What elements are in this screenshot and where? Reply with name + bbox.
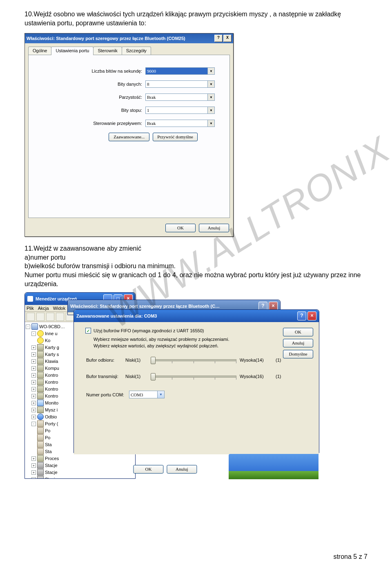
- cancel-button[interactable]: Anuluj: [283, 339, 313, 347]
- expand-icon[interactable]: +: [31, 345, 36, 350]
- tree-item[interactable]: Klawia: [45, 359, 58, 364]
- expand-icon[interactable]: +: [31, 380, 36, 385]
- back-button[interactable]: [27, 313, 35, 321]
- rx-buffer-slider[interactable]: [151, 356, 236, 365]
- close-button[interactable]: X: [223, 35, 232, 42]
- expand-icon[interactable]: +: [31, 401, 36, 405]
- expand-icon[interactable]: +: [31, 366, 36, 371]
- tree-item[interactable]: Po: [45, 428, 50, 433]
- tree-item[interactable]: Monito: [45, 400, 58, 405]
- expand-icon[interactable]: +: [31, 408, 36, 412]
- ok-button[interactable]: OK: [165, 224, 196, 232]
- step11-lead: 11.Wejdź w zaawansowane aby zmienić: [24, 244, 368, 253]
- tree-item[interactable]: Kontro: [45, 394, 58, 398]
- device-icon: [37, 379, 44, 385]
- cancel-button[interactable]: Anuluj: [199, 224, 229, 232]
- parity-label: Parzystość:: [36, 95, 145, 100]
- tree-item[interactable]: Mysz i: [45, 407, 58, 412]
- advanced-button[interactable]: Zaawansowane...: [109, 133, 149, 141]
- defaults-button[interactable]: Domyślne: [283, 350, 313, 358]
- tree-item[interactable]: Kompu: [45, 366, 59, 371]
- tree-root[interactable]: WO-9CBD…: [39, 324, 65, 329]
- advanced-settings-dialog: Zaawansowane ustawienia dla: COM3 ? × ✓ …: [74, 309, 319, 453]
- chevron-down-icon[interactable]: ▼: [208, 67, 215, 75]
- baud-input[interactable]: [145, 67, 208, 75]
- parity-combo[interactable]: ▼: [145, 93, 215, 101]
- chevron-down-icon[interactable]: ▼: [208, 107, 215, 114]
- stopbits-input[interactable]: [145, 107, 208, 114]
- device-icon: [37, 358, 44, 365]
- tree-item[interactable]: Sta: [45, 442, 52, 447]
- tree-item[interactable]: Stacje: [45, 477, 58, 479]
- parity-input[interactable]: [145, 93, 208, 101]
- port-icon: [37, 427, 44, 434]
- tree-item[interactable]: Ko: [45, 338, 50, 343]
- tree-item[interactable]: Kontro: [45, 380, 58, 385]
- tree-item[interactable]: Sta: [45, 449, 52, 454]
- chevron-down-icon[interactable]: ▼: [208, 80, 215, 88]
- expand-icon[interactable]: +: [31, 470, 36, 475]
- collapse-icon[interactable]: -: [26, 325, 30, 329]
- flowcontrol-combo[interactable]: ▼: [145, 120, 215, 127]
- devmgr-icon: [27, 296, 33, 302]
- port-number-input[interactable]: [129, 391, 158, 398]
- tree-item[interactable]: Porty (: [45, 421, 58, 426]
- tree-item[interactable]: Proces: [45, 456, 59, 461]
- menu-file[interactable]: Plik: [27, 306, 34, 311]
- expand-icon[interactable]: +: [31, 463, 36, 468]
- tree-item[interactable]: Karty g: [45, 345, 59, 350]
- tree-item[interactable]: Karty s: [45, 352, 59, 357]
- databits-combo[interactable]: ▼: [145, 80, 215, 88]
- port-icon: [37, 448, 44, 455]
- tree-item[interactable]: Stacje: [45, 470, 58, 475]
- expand-icon[interactable]: +: [31, 415, 36, 419]
- expand-icon[interactable]: +: [31, 387, 36, 391]
- restore-defaults-button[interactable]: Przywróć domyślne: [153, 133, 198, 141]
- ok-button[interactable]: OK: [283, 328, 313, 336]
- underlying-dialog-buttons: OK Anuluj: [133, 465, 197, 474]
- fifo-checkbox[interactable]: ✓: [85, 328, 91, 334]
- toolbar-button[interactable]: [46, 313, 54, 321]
- device-icon: [37, 386, 44, 392]
- baud-combo[interactable]: ▼: [145, 67, 215, 75]
- menu-view[interactable]: Widok: [53, 306, 66, 311]
- baud-label: Liczba bitów na sekundę:: [36, 69, 145, 73]
- expand-icon[interactable]: +: [31, 394, 36, 398]
- databits-input[interactable]: [145, 80, 208, 88]
- help-button[interactable]: ?: [297, 311, 306, 320]
- rx-low-label: Niski(1): [125, 358, 147, 362]
- drive-icon: [37, 469, 44, 476]
- tab-port-settings[interactable]: Ustawienia portu: [51, 47, 94, 55]
- expand-icon[interactable]: +: [31, 477, 36, 479]
- expand-icon[interactable]: +: [31, 373, 36, 378]
- expand-icon[interactable]: +: [31, 456, 36, 461]
- close-button[interactable]: ×: [307, 311, 316, 320]
- collapse-icon[interactable]: -: [31, 331, 36, 336]
- menu-action[interactable]: Akcja: [38, 306, 49, 311]
- tree-item[interactable]: Kontro: [45, 373, 58, 378]
- cancel-button[interactable]: Anuluj: [167, 465, 197, 474]
- dialog-titlebar: Właściwości: Standardowy port szeregowy …: [25, 33, 233, 43]
- tree-item[interactable]: Odbio: [45, 414, 57, 419]
- tree-item[interactable]: Po: [45, 435, 50, 440]
- fwd-button[interactable]: [36, 313, 45, 321]
- collapse-icon[interactable]: -: [31, 422, 36, 426]
- flowcontrol-input[interactable]: [145, 120, 208, 127]
- tx-buffer-slider[interactable]: [151, 372, 236, 381]
- tree-item[interactable]: Inne u: [45, 331, 58, 336]
- expand-icon[interactable]: +: [31, 352, 36, 357]
- tab-driver[interactable]: Sterownik: [93, 47, 122, 55]
- tab-details[interactable]: Szczegóły: [122, 47, 151, 55]
- tree-item[interactable]: Kontro: [45, 387, 58, 391]
- help-button[interactable]: ?: [214, 35, 223, 42]
- chevron-down-icon[interactable]: ▼: [208, 93, 215, 101]
- toolbar-button[interactable]: [56, 313, 64, 321]
- stopbits-combo[interactable]: ▼: [145, 107, 215, 114]
- chevron-down-icon[interactable]: ▼: [158, 391, 165, 398]
- tree-item[interactable]: Stacje: [45, 463, 58, 468]
- expand-icon[interactable]: +: [31, 359, 36, 364]
- chevron-down-icon[interactable]: ▼: [208, 120, 215, 127]
- tab-general[interactable]: Ogólne: [28, 47, 51, 55]
- ok-button[interactable]: OK: [133, 465, 163, 474]
- port-number-combo[interactable]: ▼: [129, 391, 165, 398]
